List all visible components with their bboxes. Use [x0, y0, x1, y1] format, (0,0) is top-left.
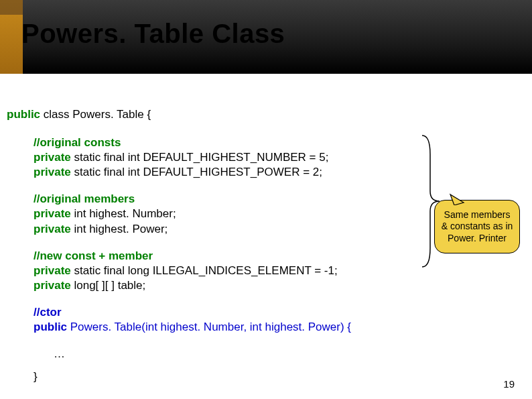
mem1-rest: int highest. Number;	[71, 207, 176, 220]
mem2-rest: int highest. Power;	[71, 223, 168, 235]
kw-private: private	[34, 207, 71, 220]
class-declaration: public class Powers. Table {	[7, 107, 525, 122]
kw-public: public	[34, 321, 67, 333]
page-number: 19	[503, 378, 515, 390]
callout-tail-icon	[449, 193, 466, 205]
class-name: Powers. Table {	[72, 108, 151, 121]
comment-new: //new const + member	[34, 249, 153, 262]
comment-ctor: //ctor	[34, 306, 62, 319]
ctor-rest: Powers. Table(int highest. Number, int h…	[67, 321, 351, 333]
callout-line1: Same members	[444, 209, 511, 220]
callout-box: Same members & constants as in Power. Pr…	[434, 200, 520, 253]
kw-public: public	[7, 108, 40, 121]
kw-private: private	[34, 151, 71, 164]
consts-block: //original consts private static final i…	[34, 135, 525, 180]
new2-rest: long[ ][ ] table;	[71, 279, 146, 292]
kw-private: private	[34, 166, 71, 178]
const1-rest: static final int DEFAULT_HIGHEST_NUMBER …	[71, 151, 329, 164]
ellipsis: …	[54, 347, 525, 361]
comment-consts: //original consts	[34, 136, 121, 149]
kw-private: private	[34, 264, 71, 277]
brown-strip	[0, 0, 23, 15]
close-brace: }	[34, 369, 525, 384]
new1-rest: static final long ILLEGAL_INDICES_ELEMEN…	[71, 264, 338, 277]
callout-line2: & constants as in	[442, 221, 513, 231]
new-block: //new const + member private static fina…	[34, 249, 525, 293]
kw-private: private	[34, 223, 71, 235]
kw-private: private	[34, 279, 71, 292]
const2-rest: static final int DEFAULT_HIGHEST_POWER =…	[71, 166, 322, 178]
ctor-block: //ctor public Powers. Table(int highest.…	[34, 305, 525, 335]
slide-title: Powers. Table Class	[21, 19, 285, 49]
kw-class: class	[44, 108, 70, 121]
comment-members: //original members	[34, 192, 135, 205]
callout-line3: Power. Printer	[448, 233, 507, 243]
